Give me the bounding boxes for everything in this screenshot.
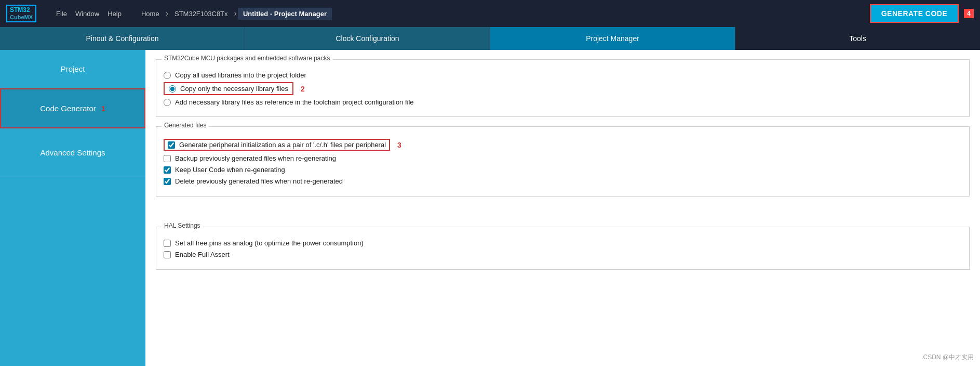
breadcrumb-home[interactable]: Home [136, 8, 165, 20]
watermark: CSDN @中才实用 [923, 353, 974, 362]
sidebar-item-advanced-settings[interactable]: Advanced Settings [0, 128, 145, 177]
tab-bar: Pinout & Configuration Clock Configurati… [0, 27, 980, 50]
tab-clock[interactable]: Clock Configuration [245, 27, 490, 50]
menu-window[interactable]: Window [75, 10, 99, 18]
radio-copy-necessary-input[interactable] [169, 85, 176, 93]
main-layout: Project Code Generator 1 Advanced Settin… [0, 50, 980, 366]
checkbox-backup[interactable]: Backup previously generated files when r… [164, 154, 962, 162]
checkbox-generate-peripheral[interactable]: Generate peripheral initialization as a … [164, 139, 962, 151]
checkbox-set-free-pins[interactable]: Set all free pins as analog (to optimize… [164, 239, 962, 247]
breadcrumb-sep1: › [166, 9, 168, 18]
tab-pinout[interactable]: Pinout & Configuration [0, 27, 245, 50]
checkbox-keep-user-code-input[interactable] [164, 166, 171, 174]
breadcrumb: Home › STM32F103C8Tx › Untitled - Projec… [126, 8, 866, 20]
menu-help[interactable]: Help [108, 10, 122, 18]
menu-file[interactable]: File [56, 10, 67, 18]
code-generator-badge: 1 [101, 104, 105, 113]
hal-settings-label: HAL Settings [162, 222, 203, 229]
sidebar-item-project[interactable]: Project [0, 50, 145, 88]
hal-settings-section: HAL Settings Set all free pins as analog… [156, 227, 970, 270]
radio-add-reference[interactable]: Add necessary library files as reference… [164, 98, 962, 106]
logo: STM32 CubeMX [6, 5, 36, 22]
checkbox-generate-peripheral-highlight: Generate peripheral initialization as a … [164, 139, 390, 151]
logo-area: STM32 CubeMX [6, 5, 36, 22]
generate-code-button[interactable]: GENERATE CODE [870, 4, 959, 23]
checkbox-delete-previously[interactable]: Delete previously generated files when n… [164, 177, 962, 185]
mcu-packages-section: STM32Cube MCU packages and embedded soft… [156, 59, 970, 117]
sidebar-item-code-generator[interactable]: Code Generator 1 [0, 88, 145, 128]
breadcrumb-mcu[interactable]: STM32F103C8Tx [169, 8, 233, 20]
checkbox-delete-previously-input[interactable] [164, 178, 171, 185]
checkbox-generate-peripheral-input[interactable] [168, 141, 175, 149]
breadcrumb-sep2: › [234, 9, 237, 18]
generate-badge: 4 [964, 9, 974, 18]
content-area: STM32Cube MCU packages and embedded soft… [145, 50, 980, 366]
checkbox-backup-input[interactable] [164, 155, 171, 162]
generate-area: GENERATE CODE 4 [870, 4, 974, 23]
generated-files-section: Generated files Generate peripheral init… [156, 126, 970, 197]
generated-files-label: Generated files [162, 122, 209, 129]
checkbox-badge-3: 3 [397, 141, 401, 149]
checkbox-enable-full-assert-input[interactable] [164, 251, 171, 258]
breadcrumb-project[interactable]: Untitled - Project Manager [238, 8, 332, 20]
checkbox-set-free-pins-input[interactable] [164, 240, 171, 247]
radio-copy-necessary-highlight: Copy only the necessary library files [164, 82, 293, 95]
radio-copy-all-input[interactable] [164, 72, 171, 79]
radio-add-reference-input[interactable] [164, 99, 171, 106]
top-bar: STM32 CubeMX File Window Help Home › STM… [0, 0, 980, 27]
checkbox-keep-user-code[interactable]: Keep User Code when re-generating [164, 166, 962, 174]
radio-badge-2: 2 [301, 85, 305, 93]
mcu-section-label: STM32Cube MCU packages and embedded soft… [162, 55, 333, 62]
spacer [145, 202, 980, 217]
radio-copy-all[interactable]: Copy all used libraries into the project… [164, 71, 962, 79]
sidebar: Project Code Generator 1 Advanced Settin… [0, 50, 145, 366]
radio-copy-necessary[interactable]: Copy only the necessary library files 2 [164, 82, 962, 95]
tab-tools[interactable]: Tools [735, 27, 980, 50]
checkbox-enable-full-assert[interactable]: Enable Full Assert [164, 251, 962, 258]
tab-project-manager[interactable]: Project Manager [490, 27, 735, 50]
